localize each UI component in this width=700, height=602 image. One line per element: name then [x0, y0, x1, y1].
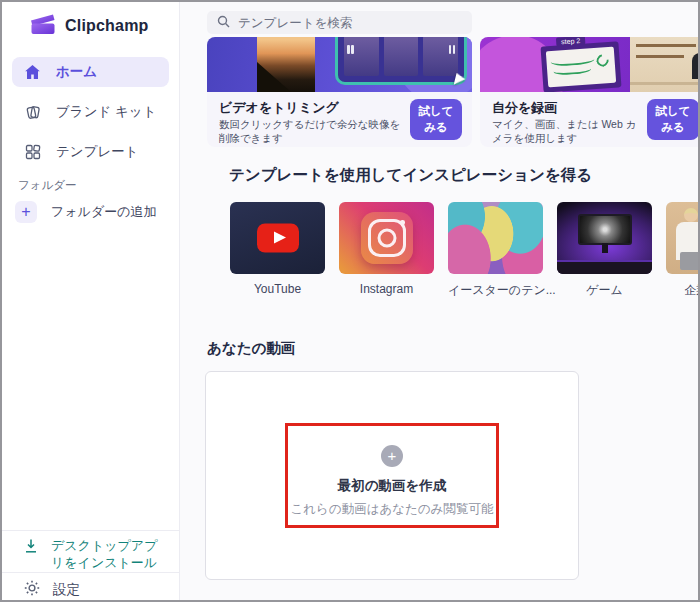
- template-instagram[interactable]: Instagram: [339, 202, 434, 296]
- try-it-button[interactable]: 試してみる: [647, 99, 699, 140]
- sidebar-divider: [2, 530, 179, 531]
- filmstrip-graphic: [335, 37, 467, 85]
- template-youtube[interactable]: YouTube: [230, 202, 325, 296]
- film-frame: [423, 37, 458, 76]
- template-easter[interactable]: イースターのテン...: [448, 202, 543, 299]
- install-desktop-app-label: デスクトップアプリをインストール: [51, 538, 169, 572]
- sidebar-nav: ホーム ブランド キット: [12, 57, 169, 177]
- monitor-graphic: [578, 214, 632, 245]
- record-yourself-title: 自分を録画: [492, 99, 557, 117]
- plus-icon[interactable]: +: [381, 445, 403, 467]
- template-label: YouTube: [230, 282, 325, 296]
- pause-icon: [347, 45, 354, 54]
- pause-icon: [449, 45, 456, 54]
- privacy-note: これらの動画はあなたのみ閲覧可能: [205, 501, 579, 518]
- youtube-play-icon: [257, 224, 299, 253]
- record-yourself-description: マイク、画面、または Web カメラを使用します: [492, 117, 640, 145]
- trim-video-card[interactable]: ビデオをトリミング 数回クリックするだけで余分な映像を削除できます 試してみる: [207, 37, 472, 147]
- clipchamp-home-window: Clipchamp ホーム ブランド キット: [0, 0, 700, 602]
- corporate-thumbnail: [666, 202, 700, 274]
- template-label: Instagram: [339, 282, 434, 296]
- sunset-photo: [257, 37, 315, 92]
- template-label: ゲーム: [557, 282, 652, 299]
- gaming-thumbnail: [557, 202, 652, 274]
- clipchamp-logo[interactable]: Clipchamp: [28, 11, 149, 40]
- download-icon: [24, 538, 38, 572]
- template-label: 企業テン...: [666, 282, 700, 299]
- home-icon: [24, 64, 41, 80]
- templates-section-title: テンプレートを使用してインスピレーションを得る: [229, 165, 592, 186]
- install-desktop-app-button[interactable]: デスクトップアプリをインストール: [24, 538, 169, 572]
- sidebar-item-label: テンプレート: [56, 143, 139, 161]
- trim-video-description: 数回クリックするだけで余分な映像を削除できます: [219, 117, 402, 145]
- record-yourself-card[interactable]: step 2 自分を録画 マイク、画面、または Web カメラを使用します 試し…: [480, 37, 700, 147]
- brand-kit-icon: [24, 104, 41, 121]
- sidebar-item-templates[interactable]: テンプレート: [12, 137, 169, 167]
- try-it-button[interactable]: 試してみる: [410, 99, 462, 140]
- create-first-video-button[interactable]: + 最初の動画を作成 これらの動画はあなたのみ閲覧可能: [205, 445, 579, 518]
- gear-icon: [24, 580, 40, 600]
- sidebar-item-home[interactable]: ホーム: [12, 57, 169, 87]
- youtube-thumbnail: [230, 202, 325, 274]
- easter-thumbnail: [448, 202, 543, 274]
- search-input[interactable]: [238, 16, 438, 30]
- folders-section-label: フォルダー: [18, 178, 77, 193]
- add-folder-button[interactable]: + フォルダーの追加: [15, 201, 157, 223]
- desk-graphic: [557, 260, 652, 274]
- whiteboard-surface: [546, 47, 616, 88]
- webcam-photo: [630, 37, 700, 92]
- record-yourself-artwork: step 2: [480, 37, 700, 92]
- your-videos-title: あなたの動画: [207, 339, 295, 358]
- settings-button[interactable]: 設定: [24, 580, 80, 600]
- plus-icon: +: [15, 201, 37, 223]
- template-label: イースターのテン...: [448, 282, 543, 299]
- sidebar: Clipchamp ホーム ブランド キット: [2, 2, 180, 600]
- template-gaming[interactable]: ゲーム: [557, 202, 652, 299]
- template-corporate[interactable]: 企業テン...: [666, 202, 700, 299]
- clapperboard-logo-icon: [28, 11, 56, 40]
- film-frame: [384, 37, 419, 76]
- trim-video-title: ビデオをトリミング: [219, 99, 339, 117]
- template-search-box[interactable]: [207, 11, 472, 34]
- film-frame: [344, 37, 379, 76]
- create-first-video-label: 最初の動画を作成: [205, 477, 579, 495]
- add-folder-label: フォルダーの追加: [51, 203, 157, 221]
- sidebar-item-label: ホーム: [56, 63, 97, 81]
- sidebar-item-brand-kit[interactable]: ブランド キット: [12, 97, 169, 127]
- templates-icon: [24, 144, 41, 160]
- app-title: Clipchamp: [65, 17, 149, 35]
- step-tag: step 2: [556, 37, 586, 47]
- whiteboard-graphic: step 2: [540, 41, 621, 92]
- sidebar-divider: [2, 572, 179, 573]
- trim-video-artwork: [207, 37, 472, 92]
- sidebar-item-label: ブランド キット: [56, 103, 156, 121]
- search-icon: [217, 14, 230, 32]
- settings-label: 設定: [53, 581, 80, 599]
- instagram-thumbnail: [339, 202, 434, 274]
- instagram-icon: [361, 212, 413, 264]
